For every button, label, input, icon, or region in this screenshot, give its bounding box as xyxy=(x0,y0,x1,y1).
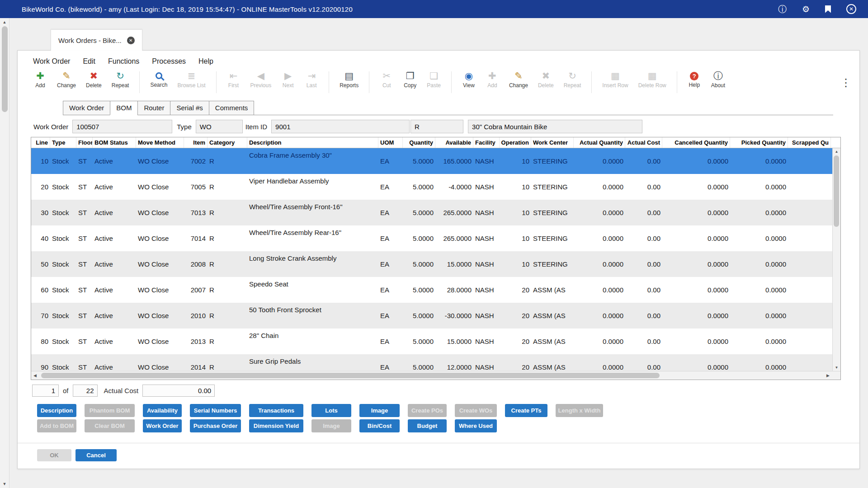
table-row[interactable]: 10StockSTActiveWO Close7002RCobra Frame … xyxy=(31,148,832,174)
cancel-button[interactable]: Cancel xyxy=(75,449,117,461)
grid-vertical-scrollbar[interactable]: ▲ ▼ xyxy=(832,148,840,371)
gear-icon[interactable]: ⚙ xyxy=(802,5,810,14)
table-row[interactable]: 40StockSTActiveWO Close7014RWheel/Tire A… xyxy=(31,225,832,251)
table-row[interactable]: 50StockSTActiveWO Close2008RLong Stroke … xyxy=(31,251,832,277)
action-work-order-button[interactable]: Work Order xyxy=(143,419,182,432)
cell-uom: EA xyxy=(378,354,403,371)
action-lots-button[interactable]: Lots xyxy=(311,404,351,417)
cell-picked-quantity: 0.0000 xyxy=(730,148,788,174)
menu-help[interactable]: Help xyxy=(192,55,220,68)
action-bin-cost-button[interactable]: Bin/Cost xyxy=(359,419,400,432)
action-budget-button[interactable]: Budget xyxy=(408,419,447,432)
toolbar-next-button: ▶Next xyxy=(276,70,300,89)
action-description-button[interactable]: Description xyxy=(37,404,76,417)
toolbar-repeat-button[interactable]: ↻Repeat xyxy=(107,70,134,89)
column-header-operation[interactable]: Operation xyxy=(500,137,531,148)
cell-bom-status: Active xyxy=(93,277,136,303)
table-row[interactable]: 30StockSTActiveWO Close7013RWheel/Tire A… xyxy=(31,200,832,225)
column-header-move-method[interactable]: Move Method xyxy=(136,137,184,148)
action-image-button[interactable]: Image xyxy=(359,404,400,417)
toolbar-label: Search xyxy=(150,82,167,88)
column-header-item[interactable]: Item xyxy=(184,137,208,148)
scroll-up-arrow-icon[interactable]: ▲ xyxy=(833,150,840,154)
toolbar-view-button[interactable]: ◉View xyxy=(457,70,481,89)
work-order-input[interactable]: 100507 xyxy=(72,120,172,133)
column-header-line[interactable]: Line xyxy=(31,137,50,148)
grid-vscroll-thumb[interactable] xyxy=(834,155,839,227)
page-vertical-scrollbar[interactable]: ▲ ▼ xyxy=(0,18,9,488)
action-dimension-yield-button[interactable]: Dimension Yield xyxy=(249,419,303,432)
action-transactions-button[interactable]: Transactions xyxy=(249,404,303,417)
toolbar-reports-button[interactable]: ▤Reports xyxy=(335,70,363,89)
column-header-facility[interactable]: Facility xyxy=(473,137,500,148)
menu-work-order[interactable]: Work Order xyxy=(27,55,76,68)
cell-quantity: 5.0000 xyxy=(403,277,435,303)
tab-router[interactable]: Router xyxy=(137,101,170,115)
type-input[interactable]: WO xyxy=(196,120,243,133)
toolbar-separator xyxy=(451,71,452,93)
tab-close-icon[interactable]: ✕ xyxy=(127,37,135,44)
grid-hscroll-thumb[interactable] xyxy=(41,373,660,378)
column-header-description[interactable]: Description xyxy=(247,137,378,148)
column-header-available[interactable]: Available xyxy=(435,137,473,148)
toolbar-change-button[interactable]: ✎Change xyxy=(52,70,81,89)
table-row[interactable]: 60StockSTActiveWO Close2007RSpeedo SeatE… xyxy=(31,277,832,303)
toolbar-change-button[interactable]: ✎Change xyxy=(504,70,533,89)
item-description-input[interactable]: 30" Cobra Mountain Bike xyxy=(468,120,642,133)
table-row[interactable]: 90StockSTActiveWO Close2014RSure Grip Pe… xyxy=(31,354,832,371)
table-row[interactable]: 70StockSTActiveWO Close2010R50 Tooth Fro… xyxy=(31,303,832,328)
toolbar-search-button[interactable]: Search xyxy=(145,70,172,88)
column-header-uom[interactable]: UOM xyxy=(378,137,403,148)
toolbar-copy-button[interactable]: ❐Copy xyxy=(398,70,422,89)
scroll-up-arrow-icon[interactable]: ▲ xyxy=(0,20,9,24)
table-row[interactable]: 20StockSTActiveWO Close7005RViper Handle… xyxy=(31,174,832,200)
toolbar-overflow-icon[interactable]: ⋮ xyxy=(840,76,859,89)
current-page-input[interactable]: 1 xyxy=(32,385,59,397)
cell-type: Stock xyxy=(50,303,76,328)
toolbar-help-button[interactable]: Help xyxy=(683,70,706,88)
cell-actual-cost: 0.00 xyxy=(625,225,662,251)
menu-processes[interactable]: Processes xyxy=(146,55,192,68)
tab-bom[interactable]: BOM xyxy=(110,101,138,115)
column-header-cancelled-quantity[interactable]: Cancelled Quantity xyxy=(662,137,730,148)
action-purchase-order-button[interactable]: Purchase Order xyxy=(190,419,241,432)
scroll-right-arrow-icon[interactable]: ▶ xyxy=(826,373,830,378)
action-serial-numbers-button[interactable]: Serial Numbers xyxy=(190,404,241,417)
menu-edit[interactable]: Edit xyxy=(76,55,102,68)
menu-functions[interactable]: Functions xyxy=(102,55,146,68)
document-tab[interactable]: Work Orders - Bike... ✕ xyxy=(51,29,142,51)
info-icon[interactable]: ⓘ xyxy=(778,5,787,14)
tab-comments[interactable]: Comments xyxy=(209,101,255,115)
toolbar-delete-button[interactable]: ✖Delete xyxy=(81,70,107,89)
tab-work-order[interactable]: Work Order xyxy=(63,101,110,115)
table-row[interactable]: 80StockSTActiveWO Close2013R28" ChainEA5… xyxy=(31,328,832,354)
toolbar-add-button[interactable]: ✚Add xyxy=(28,70,52,89)
revision-input[interactable]: R xyxy=(410,120,463,133)
scroll-down-arrow-icon[interactable]: ▼ xyxy=(0,482,9,486)
column-header-type[interactable]: Type xyxy=(50,137,76,148)
column-header-bom-status[interactable]: BOM Status xyxy=(93,137,136,148)
action-where-used-button[interactable]: Where Used xyxy=(455,419,497,432)
column-header-actual-cost[interactable]: Actual Cost xyxy=(625,137,662,148)
grid-horizontal-scrollbar[interactable]: ◀ ▶ xyxy=(31,371,840,380)
column-header-category[interactable]: Category xyxy=(208,137,247,148)
column-header-actual-quantity[interactable]: Actual Quantity xyxy=(574,137,625,148)
close-icon[interactable]: ✕ xyxy=(846,4,856,14)
column-header-picked-quantity[interactable]: Picked Quantity xyxy=(730,137,788,148)
toolbar-about-button[interactable]: ⓘAbout xyxy=(706,70,730,89)
item-id-input[interactable]: 9001 xyxy=(271,120,410,133)
action-create-pts-button[interactable]: Create PTs xyxy=(505,404,547,417)
column-header-quantity[interactable]: Quantity xyxy=(403,137,435,148)
bookmark-icon[interactable] xyxy=(825,5,831,13)
scroll-down-arrow-icon[interactable]: ▼ xyxy=(833,366,840,370)
tab-serial-#s[interactable]: Serial #s xyxy=(170,101,209,115)
column-header-work-center[interactable]: Work Center xyxy=(531,137,574,148)
page-scrollbar-thumb[interactable] xyxy=(2,26,8,112)
toolbar-label: Change xyxy=(57,82,76,89)
column-header-scrapped-qu[interactable]: Scrapped Qu xyxy=(788,137,831,148)
action-availability-button[interactable]: Availability xyxy=(143,404,182,417)
cell-move-method: WO Close xyxy=(136,277,184,303)
action-clear-bom-button: Clear BOM xyxy=(85,419,135,432)
column-header-floor[interactable]: Floor xyxy=(76,137,93,148)
scroll-left-arrow-icon[interactable]: ◀ xyxy=(33,373,37,378)
